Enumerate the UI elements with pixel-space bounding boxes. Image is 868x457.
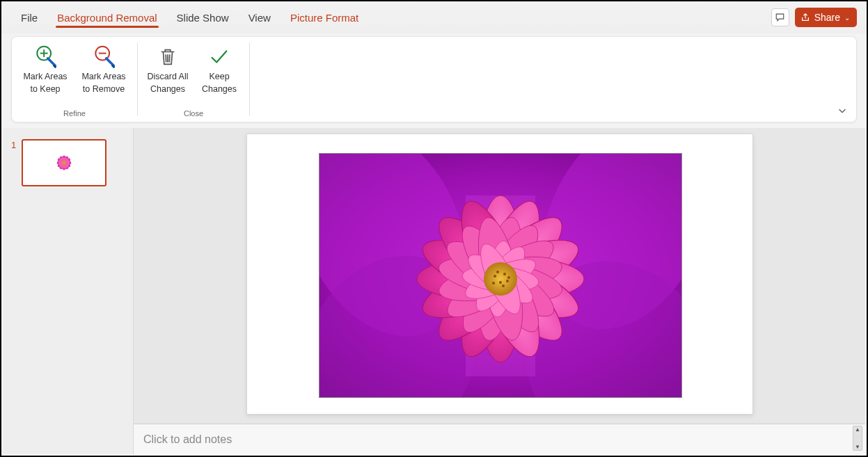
- ribbon: Mark Areas to Keep Mark Areas to Remove …: [11, 36, 857, 122]
- checkmark-icon: [208, 47, 230, 67]
- scroll-down-icon: ▼: [855, 444, 860, 450]
- notes-placeholder: Click to add notes: [143, 433, 232, 446]
- comment-icon: [775, 13, 785, 22]
- svg-point-51: [494, 275, 496, 278]
- selected-picture[interactable]: [319, 154, 681, 397]
- svg-point-50: [484, 262, 517, 296]
- svg-point-57: [496, 271, 499, 273]
- chevron-down-icon: ⌄: [844, 14, 850, 22]
- group-label-close: Close: [184, 109, 203, 119]
- editor-area: Click to add notes ▲ ▼: [134, 128, 865, 454]
- notes-pane[interactable]: Click to add notes ▲ ▼: [134, 424, 865, 454]
- scroll-up-icon: ▲: [855, 426, 860, 433]
- collapse-ribbon-button[interactable]: [835, 104, 849, 118]
- svg-point-52: [503, 273, 506, 275]
- notes-scrollbar[interactable]: ▲ ▼: [853, 426, 862, 451]
- canvas-wrap: [134, 128, 865, 424]
- group-label-refine: Refine: [63, 109, 86, 119]
- svg-point-58: [507, 276, 510, 279]
- menubar: File Background Removal Slide Show View …: [1, 1, 867, 33]
- slide-canvas[interactable]: [246, 134, 753, 415]
- main-area: 1: [3, 128, 865, 454]
- keep-label-1: Keep: [209, 72, 229, 83]
- discard-label-2: Changes: [150, 84, 185, 95]
- share-label: Share: [814, 12, 840, 23]
- tab-file[interactable]: File: [11, 5, 47, 31]
- svg-point-21: [62, 161, 66, 165]
- ribbon-group-refine: Mark Areas to Keep Mark Areas to Remove …: [12, 37, 137, 122]
- svg-point-54: [506, 280, 509, 282]
- mark-keep-label-1: Mark Areas: [23, 72, 67, 83]
- ribbon-group-close: Discard All Changes Keep Changes Close: [138, 37, 249, 122]
- mark-remove-label-1: Mark Areas: [81, 72, 125, 83]
- mark-keep-label-2: to Keep: [30, 84, 60, 95]
- tab-slide-show[interactable]: Slide Show: [167, 5, 239, 31]
- svg-point-56: [502, 284, 505, 287]
- thumbnail-number: 1: [11, 141, 16, 150]
- discard-label-1: Discard All: [147, 72, 188, 83]
- tab-view[interactable]: View: [239, 5, 281, 31]
- mark-remove-label-2: to Remove: [83, 84, 125, 95]
- mark-keep-icon: [32, 45, 58, 70]
- thumbnail-panel: 1: [3, 128, 134, 454]
- svg-point-55: [492, 282, 495, 284]
- keep-changes-button[interactable]: Keep Changes: [195, 41, 244, 95]
- ribbon-separator-2: [249, 42, 250, 116]
- flower-image: [319, 154, 681, 397]
- mark-areas-to-keep-button[interactable]: Mark Areas to Keep: [17, 41, 73, 95]
- slide-thumbnail-1[interactable]: [22, 139, 106, 186]
- tab-picture-format[interactable]: Picture Format: [281, 5, 368, 31]
- mark-areas-to-remove-button[interactable]: Mark Areas to Remove: [76, 41, 132, 95]
- tab-background-removal[interactable]: Background Removal: [47, 5, 166, 31]
- discard-all-changes-button[interactable]: Discard All Changes: [143, 41, 192, 95]
- trash-icon: [157, 46, 178, 68]
- share-button[interactable]: Share ⌄: [795, 8, 857, 27]
- thumbnail-row: 1: [11, 139, 125, 186]
- comments-button[interactable]: [771, 8, 789, 26]
- mark-remove-icon: [90, 45, 117, 70]
- keep-label-2: Changes: [202, 84, 237, 95]
- flower-thumbnail-icon: [47, 150, 81, 176]
- share-icon: [800, 13, 810, 22]
- chevron-down-icon: [837, 106, 847, 115]
- svg-point-53: [499, 281, 502, 284]
